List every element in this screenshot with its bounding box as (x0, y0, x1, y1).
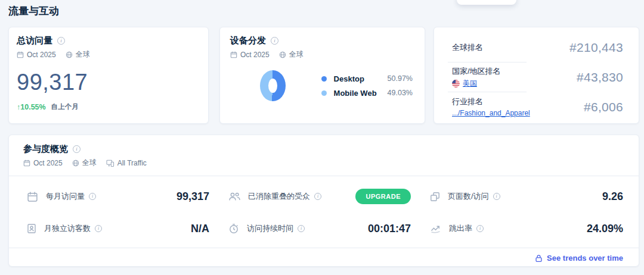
stopwatch-icon (228, 223, 239, 234)
region-label: 全球 (289, 49, 304, 60)
monthly-visits-value: 99,317 (177, 190, 209, 203)
visitor-badge-icon (27, 223, 36, 234)
metric-bounce-rate: 跳出率 24.09% (430, 220, 631, 237)
country-rank-value: #43,830 (577, 70, 623, 85)
globe-icon (66, 51, 73, 58)
global-rank-value: #210,443 (569, 40, 623, 55)
country-rank-row: 国家/地区排名 美国 #43,830 (434, 62, 639, 92)
calendar-icon (23, 160, 30, 167)
engagement-title: 参与度概览 (23, 143, 68, 155)
metrics-grid: 每月访问量 99,317 已消除重叠的受众 UPGRADE 页面数/访问 9.2… (9, 176, 639, 248)
total-visits-card: 总访问量 Oct 2025 全球 99,317 ↑10.55% 自上个月 (8, 27, 209, 124)
metric-deduplicated-audience: 已消除重叠的受众 UPGRADE (228, 188, 430, 205)
calendar-icon (27, 191, 38, 202)
metric-monthly-visits: 每月访问量 99,317 (27, 188, 228, 205)
device-donut (260, 70, 286, 101)
globe-icon (72, 160, 79, 167)
calendar-icon (17, 51, 24, 58)
lock-icon (535, 254, 543, 262)
info-icon[interactable] (314, 193, 321, 200)
metric-pages-per-visit: 页面数/访问 9.26 (430, 188, 631, 205)
region-label: 全球 (76, 49, 90, 60)
period-label: Oct 2025 (27, 51, 56, 59)
partial-popup-button[interactable] (457, 0, 516, 5)
industry-link[interactable]: .../Fashion_and_Apparel (452, 109, 530, 117)
industry-rank-label: 行业排名 (452, 96, 530, 107)
pages-icon (430, 192, 440, 202)
period-label: Oct 2025 (240, 51, 270, 59)
change-period-label: 自上个月 (51, 102, 79, 111)
total-visits-title: 总访问量 (17, 35, 52, 46)
desktop-dot-icon (321, 76, 327, 82)
info-icon[interactable] (57, 37, 65, 45)
change-percent: ↑10.55% (17, 103, 46, 111)
engagement-overview-card: 参与度概览 Oct 2025 全球 All Traffic (8, 135, 639, 267)
metric-monthly-unique-visitors: 月独立访客数 N/A (27, 220, 228, 237)
info-icon[interactable] (95, 225, 102, 232)
metric-visit-duration: 访问持续时间 00:01:47 (228, 220, 430, 237)
see-trends-link[interactable]: See trends over time (535, 254, 623, 262)
bounce-rate-value: 24.09% (587, 223, 623, 235)
industry-rank-row: 行业排名 .../Fashion_and_Apparel #6,006 (434, 92, 639, 121)
country-link[interactable]: 美国 (452, 79, 501, 89)
info-icon[interactable] (89, 193, 96, 200)
region-label: 全球 (82, 158, 97, 168)
monthly-unique-visitors-value: N/A (191, 223, 209, 235)
calendar-icon (230, 51, 237, 58)
rankings-card: 全球排名 #210,443 国家/地区排名 美国 #43,830 行业排名 ..… (434, 27, 639, 124)
device-distribution-title: 设备分发 (230, 35, 266, 46)
info-icon[interactable] (298, 225, 305, 232)
bounce-rate-icon (430, 224, 441, 233)
legend-item-mobile: Mobile Web 49.03% (321, 89, 413, 98)
info-icon[interactable] (73, 145, 80, 153)
us-flag-icon (452, 80, 460, 88)
period-label: Oct 2025 (33, 159, 63, 167)
device-legend: Desktop 50.97% Mobile Web 49.03% (321, 74, 413, 98)
industry-rank-value: #6,006 (584, 100, 623, 114)
traffic-filter-label: All Traffic (117, 159, 147, 167)
total-visits-value: 99,317 (17, 70, 196, 95)
global-rank-label: 全球排名 (452, 42, 483, 53)
mobile-dot-icon (321, 90, 327, 96)
legend-item-desktop: Desktop 50.97% (321, 74, 413, 83)
devices-icon (106, 160, 114, 167)
info-icon[interactable] (271, 37, 278, 45)
audience-icon (228, 192, 240, 202)
global-rank-row: 全球排名 #210,443 (434, 33, 639, 62)
country-rank-label: 国家/地区排名 (452, 66, 501, 77)
device-distribution-card: 设备分发 Oct 2025 全球 Desktop 50.97% Mobile W… (219, 27, 425, 124)
page-title: 流量与互动 (8, 4, 59, 18)
info-icon[interactable] (476, 225, 484, 232)
upgrade-button[interactable]: UPGRADE (355, 189, 411, 204)
pages-per-visit-value: 9.26 (602, 190, 623, 203)
globe-icon (279, 51, 286, 58)
visit-duration-value: 00:01:47 (368, 223, 411, 235)
info-icon[interactable] (493, 193, 500, 200)
